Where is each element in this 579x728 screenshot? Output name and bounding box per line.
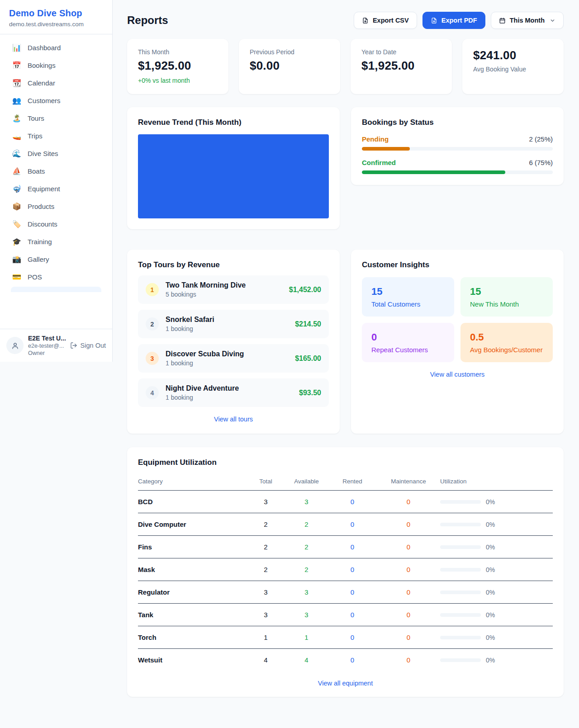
sidebar-item-training[interactable]: 🎓 Training — [5, 233, 107, 251]
page-header: Reports Export CSV Export PDF This Month — [127, 12, 564, 29]
stat-delta: +0% vs last month — [138, 77, 218, 84]
table-row: Fins 2 2 0 0 0% — [138, 536, 553, 558]
sidebar-item-label: Dive Sites — [28, 150, 58, 157]
cell-rented: 0 — [328, 649, 377, 671]
sidebar-item-calendar[interactable]: 📆 Calendar — [5, 74, 107, 92]
bookings-by-status-title: Bookings by Status — [362, 118, 553, 127]
column-header-available: Available — [285, 474, 328, 491]
column-header-maintenance: Maintenance — [377, 474, 440, 491]
table-row: Regulator 3 3 0 0 0% — [138, 581, 553, 604]
stat-card-avg-booking-value: $241.00 Avg Booking Value — [462, 39, 564, 94]
cell-available: 2 — [285, 558, 328, 581]
view-all-tours-link[interactable]: View all tours — [138, 416, 329, 423]
sidebar-item-dive-sites[interactable]: 🌊 Dive Sites — [5, 145, 107, 162]
sidebar-item-products[interactable]: 📦 Products — [5, 198, 107, 215]
status-row-confirmed: Confirmed 6 (75%) — [362, 159, 553, 174]
sidebar-item-trips[interactable]: 🚤 Trips — [5, 127, 107, 145]
cell-maintenance: 0 — [377, 626, 440, 649]
column-header-utilization: Utilization — [440, 474, 553, 491]
cell-utilization: 0% — [440, 491, 553, 513]
tours-icon: 🏝️ — [12, 114, 22, 123]
status-count: 2 (25%) — [529, 135, 553, 143]
utilization-bar — [440, 613, 481, 617]
sidebar-item-equipment[interactable]: 🤿 Equipment — [5, 180, 107, 198]
sidebar-item-label: Bookings — [28, 61, 56, 69]
cell-maintenance: 0 — [377, 581, 440, 604]
sign-out-label: Sign Out — [81, 342, 106, 349]
sidebar-item-customers[interactable]: 👥 Customers — [5, 92, 107, 109]
cell-rented: 0 — [328, 513, 377, 536]
status-bar-track — [362, 147, 553, 151]
sidebar-item-discounts[interactable]: 🏷️ Discounts — [5, 215, 107, 233]
cell-category: Torch — [138, 626, 247, 649]
rank-badge: 4 — [146, 386, 159, 399]
tour-revenue: $93.50 — [299, 389, 321, 397]
sidebar-item-boats[interactable]: ⛵ Boats — [5, 162, 107, 180]
status-label: Confirmed — [362, 159, 396, 166]
period-select[interactable]: This Month — [491, 12, 564, 29]
cell-maintenance: 0 — [377, 604, 440, 626]
utilization-bar — [440, 500, 481, 504]
status-bar-fill — [362, 170, 505, 174]
tour-bookings: 1 booking — [166, 359, 244, 367]
training-icon: 🎓 — [12, 237, 22, 246]
export-pdf-button[interactable]: Export PDF — [422, 12, 485, 29]
cell-total: 3 — [247, 491, 285, 513]
view-all-customers-link[interactable]: View all customers — [362, 371, 553, 378]
sidebar-item-tours[interactable]: 🏝️ Tours — [5, 109, 107, 127]
sidebar-item-label: Trips — [28, 132, 43, 140]
stat-label: Avg Booking Value — [473, 66, 553, 73]
table-header-row: Category Total Available Rented Maintena… — [138, 474, 553, 491]
sidebar-item-pos[interactable]: 💳 POS — [5, 268, 107, 286]
cell-category: Fins — [138, 536, 247, 558]
sidebar-item-label: Equipment — [28, 185, 60, 193]
stat-card-this-month: This Month $1,925.00 +0% vs last month — [127, 39, 228, 94]
cell-available: 4 — [285, 649, 328, 671]
cell-rented: 0 — [328, 536, 377, 558]
cell-category: Mask — [138, 558, 247, 581]
cell-total: 3 — [247, 581, 285, 604]
mid-row: Top Tours by Revenue 1 Two Tank Morning … — [127, 250, 564, 434]
utilization-bar — [440, 658, 481, 662]
equipment-utilization-title: Equipment Utilization — [138, 458, 553, 467]
sidebar-item-label: Products — [28, 203, 54, 210]
bookings-icon: 📅 — [12, 61, 22, 70]
tour-row: 1 Two Tank Morning Dive 5 bookings $1,45… — [138, 275, 329, 304]
utilization-bar — [440, 545, 481, 549]
boats-icon: ⛵ — [12, 167, 22, 175]
sidebar-item-gallery[interactable]: 📸 Gallery — [5, 251, 107, 268]
tour-row: 3 Discover Scuba Diving 1 booking $165.0… — [138, 344, 329, 373]
export-pdf-label: Export PDF — [441, 17, 477, 24]
chevron-down-icon — [550, 18, 555, 24]
sidebar-item-dashboard[interactable]: 📊 Dashboard — [5, 39, 107, 57]
calendar-icon: 📆 — [12, 79, 22, 87]
bookings-by-status-panel: Bookings by Status Pending 2 (25%) Confi… — [351, 107, 564, 185]
view-all-equipment-link[interactable]: View all equipment — [138, 680, 553, 687]
cell-category: Dive Computer — [138, 513, 247, 536]
equipment-utilization-panel: Equipment Utilization Category Total Ava… — [127, 447, 564, 697]
pos-icon: 💳 — [12, 273, 22, 281]
status-count: 6 (75%) — [529, 159, 553, 166]
insight-value: 15 — [470, 286, 543, 298]
sidebar-item-bookings[interactable]: 📅 Bookings — [5, 57, 107, 74]
cell-rented: 0 — [328, 604, 377, 626]
app-layout: Demo Dive Shop demo.test.divestreams.com… — [0, 0, 579, 697]
sidebar-item-reports-partial[interactable] — [11, 287, 101, 292]
cell-total: 3 — [247, 604, 285, 626]
sign-out-button[interactable]: Sign Out — [70, 342, 106, 349]
cell-total: 2 — [247, 513, 285, 536]
insight-label: Total Customers — [371, 300, 445, 308]
table-row: BCD 3 3 0 0 0% — [138, 491, 553, 513]
utilization-bar — [440, 636, 481, 639]
utilization-bar — [440, 523, 481, 526]
tour-bookings: 1 booking — [166, 394, 239, 401]
calendar-icon — [499, 17, 506, 24]
insight-label: Avg Bookings/Customer — [470, 346, 543, 354]
tour-name: Night Dive Adventure — [166, 384, 239, 392]
export-csv-button[interactable]: Export CSV — [354, 12, 417, 29]
cell-available: 3 — [285, 491, 328, 513]
insight-value: 0.5 — [470, 331, 543, 343]
insight-tile-avg-bookings: 0.5 Avg Bookings/Customer — [460, 323, 553, 362]
customer-insights-title: Customer Insights — [362, 260, 553, 269]
cell-category: Regulator — [138, 581, 247, 604]
